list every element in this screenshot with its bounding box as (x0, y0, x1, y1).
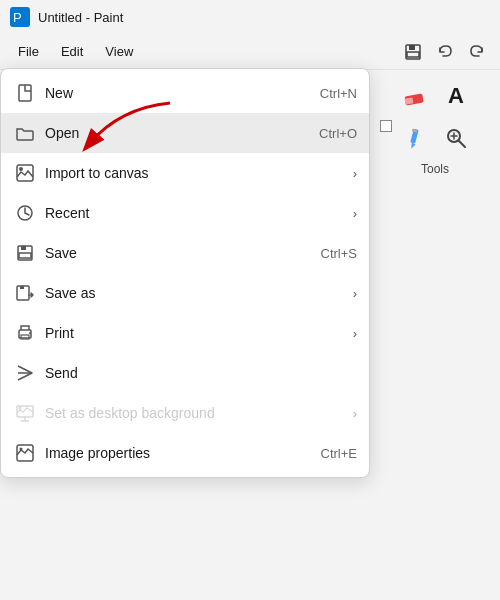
menu-view[interactable]: View (95, 40, 143, 63)
saveas-icon (9, 277, 41, 309)
send-label: Send (45, 365, 357, 381)
svg-rect-13 (20, 286, 24, 289)
eraser-icon (401, 83, 427, 109)
recent-label: Recent (45, 205, 345, 221)
save-icon (404, 43, 422, 61)
menu-item-save[interactable]: SaveCtrl+S (1, 233, 369, 273)
menu-item-print[interactable]: Print› (1, 313, 369, 353)
redo-icon (468, 43, 486, 61)
svg-text:P: P (13, 10, 22, 25)
tools-row-2 (396, 120, 474, 156)
menu-edit[interactable]: Edit (51, 40, 93, 63)
svg-point-16 (29, 332, 31, 334)
save-shortcut: Ctrl+S (321, 246, 357, 261)
menu-item-send[interactable]: Send (1, 353, 369, 393)
props-icon (9, 437, 41, 469)
pencil-tool-button[interactable] (396, 120, 432, 156)
svg-marker-27 (410, 143, 415, 150)
menu-item-new[interactable]: NewCtrl+N (1, 73, 369, 113)
menu-item-recent[interactable]: Recent› (1, 193, 369, 233)
zoom-tool-button[interactable] (438, 120, 474, 156)
tools-row-1: A (396, 78, 474, 114)
desktop-icon (9, 397, 41, 429)
menu-bar: File Edit View (0, 34, 500, 70)
props-shortcut: Ctrl+E (321, 446, 357, 461)
text-tool-button[interactable]: A (438, 78, 474, 114)
menu-item-desktop: Set as desktop background› (1, 393, 369, 433)
menu-item-props[interactable]: Image propertiesCtrl+E (1, 433, 369, 473)
send-icon (9, 357, 41, 389)
desktop-arrow: › (353, 406, 357, 421)
desktop-label: Set as desktop background (45, 405, 345, 421)
recent-arrow: › (353, 206, 357, 221)
saveas-arrow: › (353, 286, 357, 301)
paint-app-icon: P (10, 7, 30, 27)
import-label: Import to canvas (45, 165, 345, 181)
import-arrow: › (353, 166, 357, 181)
window-title: Untitled - Paint (38, 10, 123, 25)
zoom-icon (443, 125, 469, 151)
pencil-icon (401, 125, 427, 151)
undo-icon (436, 43, 454, 61)
svg-point-7 (19, 167, 23, 171)
canvas-resize-handle[interactable] (380, 120, 392, 132)
print-arrow: › (353, 326, 357, 341)
import-icon (9, 157, 41, 189)
svg-line-30 (459, 141, 466, 148)
redo-button[interactable] (462, 37, 492, 67)
props-label: Image properties (45, 445, 313, 461)
undo-button[interactable] (430, 37, 460, 67)
svg-rect-4 (407, 52, 419, 57)
open-shortcut: Ctrl+O (319, 126, 357, 141)
save-toolbar-button[interactable] (398, 37, 428, 67)
svg-rect-3 (409, 45, 415, 50)
new-shortcut: Ctrl+N (320, 86, 357, 101)
print-icon (9, 317, 41, 349)
save-icon (9, 237, 41, 269)
new-icon (9, 77, 41, 109)
recent-icon (9, 197, 41, 229)
save-label: Save (45, 245, 313, 261)
print-label: Print (45, 325, 345, 341)
menu-item-saveas[interactable]: Save as› (1, 273, 369, 313)
new-label: New (45, 85, 312, 101)
saveas-label: Save as (45, 285, 345, 301)
svg-rect-10 (21, 246, 26, 250)
menu-item-import[interactable]: Import to canvas› (1, 153, 369, 193)
file-dropdown-menu: NewCtrl+NOpenCtrl+OImport to canvas›Rece… (0, 68, 370, 478)
eraser-tool-button[interactable] (396, 78, 432, 114)
menu-file[interactable]: File (8, 40, 49, 63)
svg-point-21 (19, 407, 22, 410)
title-bar: P Untitled - Paint (0, 0, 500, 34)
menu-item-open[interactable]: OpenCtrl+O (1, 113, 369, 153)
open-icon (9, 117, 41, 149)
svg-rect-28 (412, 129, 418, 133)
open-label: Open (45, 125, 311, 141)
tools-label: Tools (421, 162, 449, 176)
svg-rect-11 (19, 253, 31, 258)
